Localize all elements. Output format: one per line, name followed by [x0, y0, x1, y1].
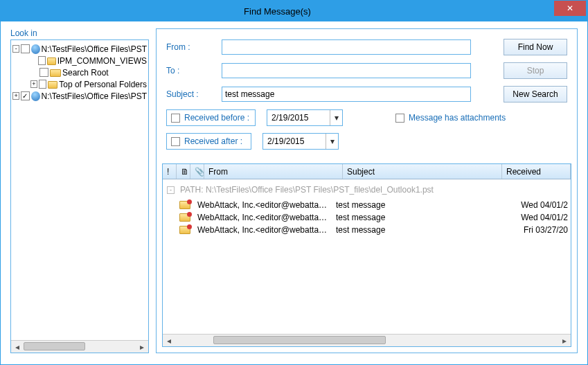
tree-item-label: Top of Personal Folders	[59, 80, 147, 89]
received-before-label: Received before :	[184, 113, 249, 123]
folder-icon	[50, 69, 61, 77]
tree-item-label: N:\TestFiles\Office Files\PST	[42, 91, 147, 101]
subject-label: Subject :	[166, 89, 215, 99]
scroll-track[interactable]	[175, 335, 558, 346]
folder-tree[interactable]: - N:\TestFiles\Office Files\PST IPM_COMM…	[10, 39, 149, 353]
received-after-group: Received after :	[166, 133, 251, 150]
results-header[interactable]: ! 🗎 📎 From Subject Received	[163, 164, 571, 179]
mail-icon	[179, 201, 190, 209]
scroll-thumb[interactable]	[24, 342, 85, 350]
scroll-left-icon[interactable]: ◂	[11, 341, 24, 353]
col-attachment[interactable]: 📎	[190, 164, 204, 179]
results-body[interactable]: - PATH: N:\TestFiles\Office Files\PST Fi…	[163, 179, 571, 334]
received-before-date[interactable]: 2/19/2015 ▾	[267, 109, 343, 126]
received-before-checkbox[interactable]	[171, 114, 180, 123]
stop-button[interactable]: Stop	[504, 62, 567, 79]
result-path-row[interactable]: - PATH: N:\TestFiles\Office Files\PST Fi…	[163, 184, 571, 196]
tree-item[interactable]: Search Root	[12, 66, 147, 78]
col-importance[interactable]: !	[163, 164, 177, 179]
tree-item-label: Search Root	[62, 68, 109, 78]
tree-item[interactable]: + ✓ N:\TestFiles\Office Files\PST	[12, 90, 147, 102]
result-subject: test message	[336, 225, 495, 235]
folder-icon	[47, 57, 56, 65]
tree-item[interactable]: IPM_COMMON_VIEWS	[12, 55, 147, 66]
received-before-value: 2/19/2015	[267, 113, 330, 123]
result-row[interactable]: WebAttack, Inc.<editor@webattack.c... te…	[163, 211, 571, 224]
tree-checkbox[interactable]	[39, 80, 46, 89]
new-search-button[interactable]: New Search	[504, 86, 567, 103]
result-received: Fri 03/27/20	[495, 225, 571, 235]
result-row[interactable]: WebAttack, Inc.<editor@webattack.c... te…	[163, 199, 571, 211]
received-after-checkbox[interactable]	[171, 137, 180, 146]
from-input[interactable]	[222, 39, 471, 55]
look-in-panel: Look in - N:\TestFiles\Office Files\PST …	[10, 28, 149, 353]
scroll-thumb[interactable]	[213, 336, 386, 344]
result-from: WebAttack, Inc.<editor@webattack.c...	[197, 213, 336, 222]
col-from[interactable]: From	[204, 164, 343, 179]
chevron-down-icon[interactable]: ▾	[330, 110, 342, 125]
scroll-track[interactable]	[24, 341, 136, 353]
received-after-date[interactable]: 2/19/2015 ▾	[262, 133, 339, 150]
tree-collapse-icon[interactable]: -	[12, 45, 19, 53]
pst-file-icon	[31, 44, 40, 54]
close-button[interactable]: ✕	[554, 1, 586, 16]
col-type[interactable]: 🗎	[177, 164, 190, 179]
results-list: ! 🗎 📎 From Subject Received - PATH: N:\T…	[162, 163, 571, 347]
subject-input[interactable]	[222, 87, 471, 102]
result-received: Wed 04/01/2	[495, 213, 571, 222]
result-row[interactable]: WebAttack, Inc.<editor@webattack.c... te…	[163, 224, 571, 236]
received-before-group: Received before :	[166, 109, 256, 126]
page-icon: 🗎	[181, 167, 189, 177]
titlebar[interactable]: Find Message(s) ✕	[1, 1, 587, 21]
result-from: WebAttack, Inc.<editor@webattack.c...	[197, 225, 336, 235]
tree-item[interactable]: + Top of Personal Folders	[12, 78, 147, 90]
received-after-value: 2/19/2015	[263, 136, 326, 146]
col-received[interactable]: Received	[502, 164, 571, 179]
pst-file-icon	[31, 91, 40, 101]
result-received: Wed 04/01/2	[495, 200, 571, 210]
tree-checkbox[interactable]	[39, 68, 48, 77]
result-subject: test message	[336, 213, 495, 222]
result-from: WebAttack, Inc.<editor@webattack.c...	[197, 200, 336, 210]
has-attachments-label: Message has attachments	[409, 113, 506, 123]
search-panel: From : Find Now To : Stop Subject : New …	[156, 28, 578, 353]
col-subject[interactable]: Subject	[343, 164, 502, 179]
has-attachments-checkbox[interactable]	[395, 114, 404, 123]
tree-item-label: N:\TestFiles\Office Files\PST	[42, 44, 147, 54]
tree-checkbox[interactable]	[38, 56, 46, 65]
mail-icon	[179, 213, 190, 222]
tree-horizontal-scrollbar[interactable]: ◂ ▸	[11, 340, 148, 353]
results-horizontal-scrollbar[interactable]: ◂ ▸	[163, 334, 571, 346]
from-label: From :	[166, 42, 215, 52]
result-subject: test message	[336, 200, 495, 210]
tree-checkbox[interactable]	[21, 44, 29, 53]
content-area: Look in - N:\TestFiles\Office Files\PST …	[1, 21, 587, 364]
look-in-label: Look in	[10, 28, 149, 38]
result-path-text: PATH: N:\TestFiles\Office Files\PST File…	[180, 185, 434, 195]
to-label: To :	[166, 66, 215, 75]
to-input[interactable]	[222, 63, 471, 78]
paperclip-icon: 📎	[195, 167, 204, 177]
collapse-group-icon[interactable]: -	[167, 186, 175, 194]
tree-item[interactable]: - N:\TestFiles\Office Files\PST	[12, 43, 147, 55]
chevron-down-icon[interactable]: ▾	[326, 134, 338, 149]
mail-icon	[179, 226, 190, 234]
tree-expand-icon[interactable]: +	[30, 80, 37, 88]
tree-expand-icon[interactable]: +	[12, 92, 19, 100]
find-messages-window: Find Message(s) ✕ Look in - N:\TestFiles…	[0, 0, 588, 365]
scroll-left-icon[interactable]: ◂	[163, 335, 175, 346]
tree-checkbox[interactable]: ✓	[21, 91, 29, 100]
tree-item-label: IPM_COMMON_VIEWS	[57, 56, 147, 66]
scroll-right-icon[interactable]: ▸	[558, 335, 571, 346]
search-form: From : Find Now To : Stop Subject : New …	[157, 29, 577, 163]
tree-content: - N:\TestFiles\Office Files\PST IPM_COMM…	[11, 40, 148, 340]
scroll-right-icon[interactable]: ▸	[136, 341, 148, 353]
has-attachments-group: Message has attachments	[395, 113, 506, 123]
close-icon: ✕	[567, 3, 573, 13]
received-after-label: Received after :	[184, 136, 242, 146]
window-title: Find Message(s)	[1, 6, 554, 17]
find-now-button[interactable]: Find Now	[504, 39, 567, 55]
folder-icon	[48, 81, 57, 89]
